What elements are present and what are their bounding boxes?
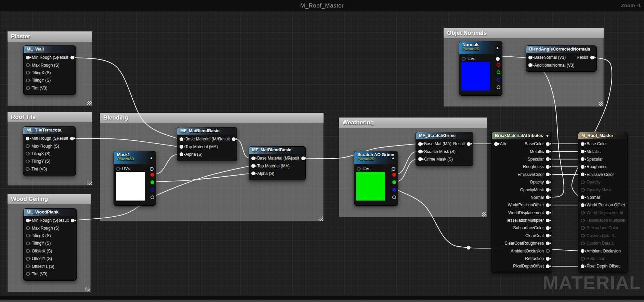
pin-m_roof-metallic[interactable] bbox=[581, 150, 584, 153]
pin-ml_wood-result[interactable] bbox=[71, 219, 75, 222]
pin-m_roof-normal[interactable] bbox=[581, 195, 584, 199]
pin-ml_tile-max-rough-s[interactable] bbox=[26, 144, 29, 148]
pin-scratch-b[interactable] bbox=[392, 188, 396, 192]
pin-ml_wood-max-rough-s[interactable] bbox=[26, 226, 30, 230]
node-mask1[interactable]: Mask1Param2D▲UVs bbox=[114, 151, 156, 206]
pin-break-opacity[interactable] bbox=[546, 180, 550, 184]
pin-break-ambientocclusion[interactable] bbox=[546, 249, 550, 253]
pin-mf_sg-base-mat-ma[interactable] bbox=[418, 142, 422, 146]
pin-m_roof-specular[interactable] bbox=[581, 157, 584, 161]
pin-ml_wall-min-rough-s[interactable] bbox=[26, 56, 30, 59]
pin-break-basecolor[interactable] bbox=[546, 142, 550, 146]
node-blendangle[interactable]: BlendAngleCorrectedNormalsBaseNormal (V3… bbox=[526, 45, 597, 72]
pin-m_roof-custom-data-0[interactable] bbox=[581, 234, 584, 237]
node-header-m_roof[interactable]: M_Roof_Master bbox=[578, 132, 627, 139]
pin-ml_wood-min-rough-s[interactable] bbox=[26, 219, 30, 222]
pin-break-normal[interactable] bbox=[546, 195, 550, 199]
collapse-arrow-icon[interactable]: ▼ bbox=[546, 132, 549, 139]
pin-mf2-result[interactable] bbox=[301, 156, 305, 160]
pin-mask1-g[interactable] bbox=[150, 180, 154, 184]
pin-m_roof-world-position-offset[interactable] bbox=[581, 203, 584, 207]
node-break[interactable]: BreakMaterialAttributes▼AttrBaseColorMet… bbox=[491, 132, 552, 273]
node-header-scratch[interactable]: Scratch AO GrimeParam2D▲ bbox=[354, 151, 398, 164]
pin-mf1-alpha-s[interactable] bbox=[180, 152, 183, 156]
pin-ml_wall-tint-v3[interactable] bbox=[26, 86, 30, 90]
pin-m_roof-pixel-depth-offset[interactable] bbox=[581, 264, 584, 268]
pin-mf_sg-result[interactable] bbox=[467, 142, 471, 146]
pin-mf1-base-material-ma[interactable] bbox=[180, 137, 183, 141]
pin-m_roof-opacity-mask[interactable] bbox=[581, 188, 584, 192]
pin-ml_tile-min-rough-s[interactable] bbox=[26, 137, 29, 140]
pin-break-worldpositionoffset[interactable] bbox=[546, 203, 550, 207]
pin-ml_wood-tilingx-s[interactable] bbox=[26, 234, 30, 237]
pin-mask1-a[interactable] bbox=[150, 195, 154, 199]
pin-scratch-g[interactable] bbox=[392, 180, 396, 184]
pin-ml_tile-tilingy-s[interactable] bbox=[26, 160, 29, 163]
pin-ml_wood-offsetx-s[interactable] bbox=[26, 249, 30, 253]
pin-normals-b[interactable] bbox=[497, 78, 500, 82]
node-header-mf1[interactable]: MF_MatBlendBasic bbox=[177, 127, 237, 135]
pin-ml_wall-max-rough-s[interactable] bbox=[26, 63, 30, 67]
node-m_roof[interactable]: M_Roof_MasterBase ColorMetallicSpecularR… bbox=[578, 132, 628, 273]
node-mf1[interactable]: MF_MatBlendBasicBase Material (MA)Result… bbox=[177, 127, 237, 161]
pin-break-specular[interactable] bbox=[546, 157, 550, 161]
node-ml_tile[interactable]: ML_TileTerracotaMin Rough (S)ResultMax R… bbox=[23, 126, 76, 176]
node-header-ml_wall[interactable]: ML_Wall bbox=[24, 46, 76, 53]
pin-mf2-base-material-ma[interactable] bbox=[251, 156, 255, 160]
pin-ml_tile-result[interactable] bbox=[70, 137, 74, 140]
pin-scratch-rgba[interactable] bbox=[392, 167, 395, 171]
pin-m_roof-roughness[interactable] bbox=[581, 165, 584, 169]
pin-mf1-top-material-ma[interactable] bbox=[180, 145, 183, 149]
pin-m_roof-custom-data-1[interactable] bbox=[581, 242, 584, 245]
pin-mf2-top-material-ma[interactable] bbox=[251, 164, 255, 168]
node-mf_sg[interactable]: MF_ScratchGrimeBase Mat (MA)ResultScratc… bbox=[416, 132, 473, 166]
node-header-ml_tile[interactable]: ML_TileTerracota bbox=[23, 127, 76, 134]
pin-m_roof-world-displacement[interactable] bbox=[581, 211, 584, 215]
pin-break-opacitymask[interactable] bbox=[546, 188, 550, 192]
pin-mask1-r[interactable] bbox=[150, 173, 154, 177]
pin-break-refraction[interactable] bbox=[546, 257, 550, 261]
pin-m_roof-opacity[interactable] bbox=[581, 180, 584, 184]
pin-m_roof-subsurface-color[interactable] bbox=[581, 226, 584, 230]
reroute-node[interactable] bbox=[467, 246, 471, 250]
pin-blendangle-result[interactable] bbox=[590, 56, 594, 59]
pin-m_roof-refraction[interactable] bbox=[581, 257, 584, 261]
pin-break-roughness[interactable] bbox=[546, 165, 550, 169]
node-header-mf2[interactable]: MF_MatBlendBasic bbox=[249, 147, 305, 154]
pin-break-clearcoatroughness[interactable] bbox=[546, 242, 550, 245]
node-normals[interactable]: NormalsParam2D▲UVs bbox=[459, 41, 502, 96]
node-header-ml_wood[interactable]: ML_WoodPlank bbox=[24, 209, 76, 216]
texture-preview-scratch[interactable] bbox=[356, 172, 385, 201]
material-graph-canvas[interactable]: MATERIAL M_Roof_Master Zoom -1 PlasterRo… bbox=[0, 0, 644, 302]
node-ml_wall[interactable]: ML_WallMin Rough (S)ResultMax Rough (S)T… bbox=[23, 45, 76, 95]
texture-preview-mask1[interactable] bbox=[116, 172, 145, 201]
pin-scratch-r[interactable] bbox=[392, 173, 396, 177]
pin-break-metallic[interactable] bbox=[546, 150, 550, 153]
pin-normals-g[interactable] bbox=[497, 70, 500, 74]
node-header-mf_sg[interactable]: MF_ScratchGrime bbox=[416, 132, 473, 139]
pin-break-attr[interactable] bbox=[494, 142, 498, 146]
pin-m_roof-ambient-occlusion[interactable] bbox=[581, 249, 584, 253]
pin-mf1-result[interactable] bbox=[232, 137, 236, 141]
pin-blendangle-basenormal-v3[interactable] bbox=[528, 56, 532, 59]
pin-ml_wall-tilingy-s[interactable] bbox=[26, 79, 30, 82]
node-header-break[interactable]: BreakMaterialAttributes▼ bbox=[492, 132, 552, 139]
pin-blendangle-additionalnormal-v3[interactable] bbox=[528, 63, 532, 67]
pin-mask1-rgba[interactable] bbox=[150, 167, 154, 171]
node-header-blendangle[interactable]: BlendAngleCorrectedNormals bbox=[526, 46, 596, 53]
pin-mf_sg-grime-mask-s[interactable] bbox=[418, 157, 422, 161]
node-ml_wood[interactable]: ML_WoodPlankMin Rough (S)ResultMax Rough… bbox=[23, 208, 77, 281]
node-header-normals[interactable]: NormalsParam2D▲ bbox=[459, 41, 502, 54]
pin-normals-uvs[interactable] bbox=[462, 57, 465, 61]
pin-break-emissivecolor[interactable] bbox=[546, 173, 550, 176]
pin-break-worlddisplacement[interactable] bbox=[546, 211, 550, 215]
collapse-arrow-icon[interactable]: ▲ bbox=[496, 46, 499, 50]
pin-normals-a[interactable] bbox=[497, 85, 500, 89]
pin-m_roof-tessellation-multiplier[interactable] bbox=[581, 219, 584, 222]
pin-ml_wood-tilingy-s[interactable] bbox=[26, 242, 30, 245]
pin-ml_wall-tilingx-s[interactable] bbox=[26, 71, 30, 74]
node-scratch[interactable]: Scratch AO GrimeParam2D▲UVs bbox=[354, 151, 398, 206]
pin-ml_wall-result[interactable] bbox=[70, 56, 74, 59]
pin-scratch-a[interactable] bbox=[392, 195, 396, 199]
pin-break-subsurfacecolor[interactable] bbox=[546, 226, 550, 230]
